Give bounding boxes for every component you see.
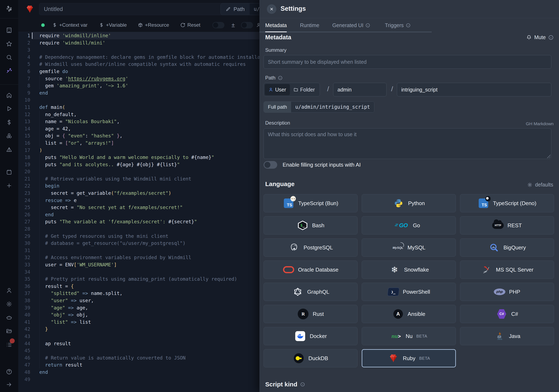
code-line[interactable]: 33 user = ENV['WM_USERNAME'] — [18, 261, 260, 268]
owner-input[interactable] — [333, 83, 387, 96]
code-line[interactable]: 8 gem 'amazing_print', '~> 1.6' — [18, 82, 260, 89]
code-line[interactable]: 49 — [18, 376, 260, 383]
language-card-bash[interactable]: $_Bash — [264, 216, 358, 235]
mute-button[interactable]: Mute — [526, 34, 554, 40]
code-line[interactable]: 29 # Get typed resources using the mini … — [18, 233, 260, 240]
sidebar-help-icon[interactable] — [6, 369, 12, 375]
script-title-input[interactable] — [39, 3, 227, 15]
code-line[interactable]: 43 — [18, 333, 260, 340]
code-line[interactable]: 4# Dependency management: declare gems i… — [18, 54, 260, 61]
code-line[interactable]: 13 name = "Nicolas Bourbaki", — [18, 118, 260, 125]
language-card-duckdb[interactable]: DuckDB — [264, 349, 358, 367]
description-textarea[interactable] — [264, 128, 551, 159]
summary-input[interactable] — [264, 55, 551, 69]
sidebar-list-icon[interactable] — [6, 342, 12, 348]
language-card-c[interactable]: C#C# — [460, 305, 554, 323]
code-line[interactable]: 12 no_default, — [18, 111, 260, 118]
tab-runtime[interactable]: Runtime — [300, 18, 319, 32]
script-name-input[interactable] — [397, 83, 551, 96]
code-line[interactable]: 47 return result — [18, 361, 260, 369]
sidebar-gear-icon[interactable] — [6, 301, 12, 307]
code-line[interactable]: 21 # Retrieve variables using the Windmi… — [18, 175, 260, 182]
code-line[interactable]: 1require 'windmill/inline' — [18, 32, 260, 39]
code-line[interactable]: 24 rescue => e — [18, 197, 260, 204]
sidebar-building-icon[interactable] — [6, 27, 12, 33]
code-line[interactable]: 27 puts "The variable at 'f/examples/sec… — [18, 218, 260, 225]
owner-kind-folder[interactable]: Folder — [290, 84, 319, 95]
sidebar-user-icon[interactable] — [6, 287, 12, 293]
code-line[interactable]: 2require 'windmill/mini' — [18, 39, 260, 46]
code-line[interactable]: 31 — [18, 247, 260, 254]
language-card-ruby[interactable]: RubyBETA — [362, 349, 456, 367]
language-card-mysql[interactable]: MySQLMySQL — [362, 238, 456, 257]
language-card-powershell[interactable]: ❯_PowerShell — [362, 283, 456, 301]
code-line[interactable]: 26 end — [18, 211, 260, 218]
sidebar-star-icon[interactable] — [6, 41, 12, 47]
tab-generated-ui[interactable]: Generated UI — [332, 18, 370, 32]
code-line[interactable]: 39 "age" => age, — [18, 304, 260, 311]
code-line[interactable]: 46 # Return value is automatically conve… — [18, 354, 260, 362]
code-line[interactable]: 15 obj = { "even": "hashes" }, — [18, 132, 260, 139]
sidebar-dollar-icon[interactable] — [6, 119, 12, 125]
code-line[interactable]: 6gemfile do — [18, 68, 260, 75]
code-line[interactable]: 45 — [18, 347, 260, 354]
code-line[interactable]: 44 ap result — [18, 340, 260, 347]
code-line[interactable]: 36 result = { — [18, 283, 260, 290]
add-resource-button[interactable]: +Resource — [138, 22, 169, 28]
language-card-postgresql[interactable]: PostgreSQL — [264, 238, 358, 257]
code-line[interactable]: 41 "list" => list — [18, 319, 260, 326]
language-card-go[interactable]: GOGo — [362, 216, 456, 235]
code-line[interactable]: 38 "user" => user, — [18, 297, 260, 304]
add-variable-button[interactable]: +Variable — [99, 22, 127, 28]
reset-button[interactable]: Reset — [180, 22, 200, 28]
language-card-typescript-bun[interactable]: TSTypeScript (Bun) — [264, 194, 358, 212]
code-line[interactable]: 23 secret = get_variable("f/examples/sec… — [18, 190, 260, 197]
code-line[interactable]: 9end — [18, 89, 260, 97]
sidebar-prism-icon[interactable] — [6, 146, 12, 153]
code-line[interactable]: 37 "splitted" => name.split, — [18, 290, 260, 297]
tab-metadata[interactable]: Metadata — [265, 18, 287, 32]
sidebar-play-icon[interactable] — [6, 106, 12, 112]
code-line[interactable]: 17) — [18, 147, 260, 154]
code-line[interactable]: 28 — [18, 225, 260, 233]
language-card-python[interactable]: Python — [362, 194, 456, 212]
language-card-snowflake[interactable]: ❄Snowflake — [362, 261, 456, 279]
code-line[interactable]: 25 secret = "No secret yet at f/examples… — [18, 204, 260, 211]
language-card-java[interactable]: JavaJava — [460, 327, 554, 345]
add-context-var-button[interactable]: +Context var — [52, 22, 88, 28]
code-line[interactable]: 32 # Access environment variables provid… — [18, 254, 260, 261]
code-line[interactable]: 42 } — [18, 326, 260, 333]
code-line[interactable]: 40 "obj" => obj, — [18, 311, 260, 319]
multiplayer-toggle[interactable] — [241, 22, 253, 28]
sidebar-home-icon[interactable] — [6, 92, 12, 98]
code-line[interactable]: 14 age = 42, — [18, 125, 260, 132]
sidebar-arrow-right-icon[interactable] — [6, 382, 12, 388]
code-line[interactable]: 11def main( — [18, 104, 260, 111]
defaults-button[interactable]: defaults — [527, 182, 553, 188]
sidebar-robot-icon[interactable] — [6, 314, 12, 321]
owner-kind-user[interactable]: User — [265, 84, 290, 95]
code-line[interactable]: 20 — [18, 168, 260, 175]
code-line[interactable]: 18 puts "Hello World and a warm welcome … — [18, 154, 260, 161]
sidebar-plus-icon[interactable] — [6, 182, 12, 189]
windmill-logo-icon[interactable] — [5, 5, 13, 13]
code-editor[interactable]: 1require 'windmill/inline'2require 'wind… — [18, 32, 260, 392]
code-line[interactable]: 22 begin — [18, 182, 260, 190]
language-card-bigquery[interactable]: BigQuery — [460, 238, 554, 257]
language-card-rust[interactable]: RRust — [264, 305, 358, 323]
sidebar-calendar-icon[interactable] — [6, 169, 12, 175]
language-card-ansible[interactable]: AAnsible — [362, 305, 456, 323]
code-line[interactable]: 3 — [18, 46, 260, 54]
code-line[interactable]: 19 puts "and its acolytes.. #{age} #{obj… — [18, 161, 260, 168]
code-line[interactable]: 7 source 'https://rubygems.org' — [18, 75, 260, 82]
code-line[interactable]: 5# Windmill uses bundler/inline compatib… — [18, 61, 260, 68]
sidebar-search-icon[interactable] — [6, 54, 12, 60]
close-icon[interactable] — [267, 4, 276, 14]
code-line[interactable]: 30 # database = get_resource("u/user/my_… — [18, 240, 260, 247]
code-line[interactable]: 35 # Pretty print results using amazing_… — [18, 275, 260, 283]
language-card-nu[interactable]: nu>NuBETA — [362, 327, 456, 345]
sidebar-cubes-icon[interactable] — [6, 133, 12, 139]
ai-fill-toggle[interactable] — [264, 161, 277, 169]
code-line[interactable]: 48end — [18, 369, 260, 376]
sidebar-magic-wand-icon[interactable] — [6, 67, 12, 74]
